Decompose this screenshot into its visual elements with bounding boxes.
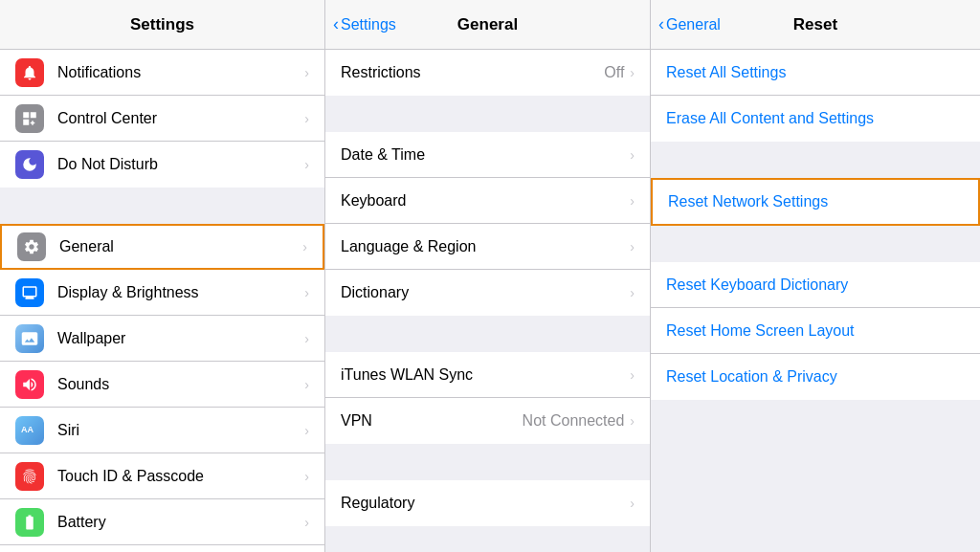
- settings-header: Settings: [0, 0, 324, 50]
- general-chevron: ›: [302, 239, 307, 254]
- display-icon: [15, 278, 44, 307]
- siri-chevron: ›: [304, 423, 309, 438]
- restrictions-value: Off: [604, 64, 624, 81]
- settings-item-siri[interactable]: AA Siri ›: [0, 408, 324, 453]
- settings-item-control-center[interactable]: Control Center ›: [0, 96, 324, 142]
- reset-panel: ‹ General Reset Reset All Settings Erase…: [651, 0, 980, 552]
- do-not-disturb-label: Do Not Disturb: [57, 156, 304, 173]
- language-label: Language & Region: [341, 238, 630, 255]
- wallpaper-label: Wallpaper: [57, 330, 304, 347]
- siri-icon: AA: [15, 416, 44, 445]
- reset-item-network[interactable]: Reset Network Settings: [651, 178, 980, 226]
- general-label: General: [59, 238, 302, 255]
- reset-list: Reset All Settings Erase All Content and…: [651, 50, 980, 552]
- keyboard-chevron: ›: [630, 193, 635, 209]
- general-item-language[interactable]: Language & Region ›: [325, 224, 650, 270]
- notifications-label: Notifications: [57, 64, 304, 81]
- reset-item-location[interactable]: Reset Location & Privacy: [651, 354, 980, 400]
- general-item-itunes[interactable]: iTunes WLAN Sync ›: [325, 352, 650, 398]
- reset-all-settings-label: Reset All Settings: [666, 64, 786, 81]
- wallpaper-chevron: ›: [304, 331, 309, 346]
- settings-group-2: General › Display & Brightness › Wallpap…: [0, 224, 324, 552]
- general-group-datetime: Date & Time › Keyboard › Language & Regi…: [325, 132, 650, 316]
- battery-label: Battery: [57, 514, 304, 531]
- sounds-chevron: ›: [304, 377, 309, 392]
- vpn-chevron: ›: [630, 413, 635, 429]
- erase-all-label: Erase All Content and Settings: [666, 110, 874, 127]
- reset-item-home-screen[interactable]: Reset Home Screen Layout: [651, 308, 980, 354]
- keyboard-label: Keyboard: [341, 192, 630, 210]
- settings-item-do-not-disturb[interactable]: Do Not Disturb ›: [0, 142, 324, 188]
- general-item-vpn[interactable]: VPN Not Connected ›: [325, 398, 650, 444]
- datetime-chevron: ›: [630, 147, 635, 163]
- general-item-datetime[interactable]: Date & Time ›: [325, 132, 650, 178]
- reset-back-chevron-icon: ‹: [658, 14, 664, 34]
- settings-item-display[interactable]: Display & Brightness ›: [0, 270, 324, 316]
- reset-header: ‹ General Reset: [651, 0, 980, 50]
- general-group-regulatory: Regulatory ›: [325, 480, 650, 526]
- group-separator-r2: [651, 233, 980, 262]
- language-chevron: ›: [630, 239, 635, 254]
- regulatory-label: Regulatory: [341, 495, 630, 512]
- general-item-dictionary[interactable]: Dictionary ›: [325, 270, 650, 316]
- general-panel: ‹ Settings General Restrictions Off › Da…: [325, 0, 651, 552]
- control-center-chevron: ›: [304, 111, 309, 126]
- general-title: General: [457, 15, 518, 34]
- reset-network-label: Reset Network Settings: [668, 193, 828, 210]
- group-separator-r1: [651, 149, 980, 178]
- control-center-label: Control Center: [57, 110, 304, 127]
- sounds-label: Sounds: [57, 376, 304, 393]
- reset-item-all-settings[interactable]: Reset All Settings: [651, 50, 980, 96]
- notifications-icon: [15, 58, 44, 87]
- general-list: Restrictions Off › Date & Time › Keyboar…: [325, 50, 650, 552]
- reset-keyboard-label: Reset Keyboard Dictionary: [666, 276, 848, 294]
- restrictions-label: Restrictions: [341, 64, 604, 81]
- general-item-keyboard[interactable]: Keyboard ›: [325, 178, 650, 224]
- reset-item-keyboard[interactable]: Reset Keyboard Dictionary: [651, 262, 980, 308]
- back-chevron-icon: ‹: [333, 14, 339, 34]
- group-separator-r3: [651, 408, 980, 436]
- siri-label: Siri: [57, 422, 304, 439]
- settings-list: Notifications › Control Center › Do Not …: [0, 50, 324, 552]
- restrictions-chevron: ›: [630, 65, 635, 80]
- reset-item-erase-all[interactable]: Erase All Content and Settings: [651, 96, 980, 142]
- general-group-itunes: iTunes WLAN Sync › VPN Not Connected ›: [325, 352, 650, 444]
- reset-back-label: General: [666, 16, 721, 33]
- do-not-disturb-icon: [15, 150, 44, 179]
- settings-item-touchid[interactable]: Touch ID & Passcode ›: [0, 453, 324, 499]
- display-chevron: ›: [304, 285, 309, 300]
- control-center-icon: [15, 104, 44, 133]
- general-item-restrictions[interactable]: Restrictions Off ›: [325, 50, 650, 96]
- display-label: Display & Brightness: [57, 284, 304, 301]
- settings-item-sounds[interactable]: Sounds ›: [0, 362, 324, 408]
- settings-group-1: Notifications › Control Center › Do Not …: [0, 50, 324, 188]
- regulatory-chevron: ›: [630, 496, 635, 511]
- reset-back-button[interactable]: ‹ General: [658, 14, 721, 34]
- settings-item-privacy[interactable]: Privacy ›: [0, 545, 324, 552]
- reset-title: Reset: [793, 15, 837, 34]
- itunes-label: iTunes WLAN Sync: [341, 366, 630, 384]
- general-back-button[interactable]: ‹ Settings: [333, 14, 396, 34]
- settings-item-general[interactable]: General ›: [0, 224, 324, 270]
- settings-panel: Settings Notifications › Control Center …: [0, 0, 325, 552]
- settings-item-wallpaper[interactable]: Wallpaper ›: [0, 316, 324, 362]
- group-separator-1: [0, 195, 324, 224]
- touchid-chevron: ›: [304, 469, 309, 484]
- touchid-icon: [15, 462, 44, 491]
- group-separator-m3: [325, 452, 650, 480]
- reset-group-3: Reset Keyboard Dictionary Reset Home Scr…: [651, 262, 980, 400]
- settings-item-battery[interactable]: Battery ›: [0, 499, 324, 545]
- dictionary-chevron: ›: [630, 285, 635, 300]
- notifications-chevron: ›: [304, 65, 309, 80]
- reset-home-screen-label: Reset Home Screen Layout: [666, 322, 855, 340]
- settings-item-notifications[interactable]: Notifications ›: [0, 50, 324, 96]
- general-item-regulatory[interactable]: Regulatory ›: [325, 480, 650, 526]
- battery-icon: [15, 508, 44, 537]
- settings-title: Settings: [130, 15, 194, 34]
- itunes-chevron: ›: [630, 367, 635, 383]
- reset-location-label: Reset Location & Privacy: [666, 368, 837, 386]
- vpn-value: Not Connected: [523, 412, 625, 430]
- general-group-restrictions: Restrictions Off ›: [325, 50, 650, 96]
- general-icon: [17, 232, 46, 261]
- group-separator-m2: [325, 323, 650, 352]
